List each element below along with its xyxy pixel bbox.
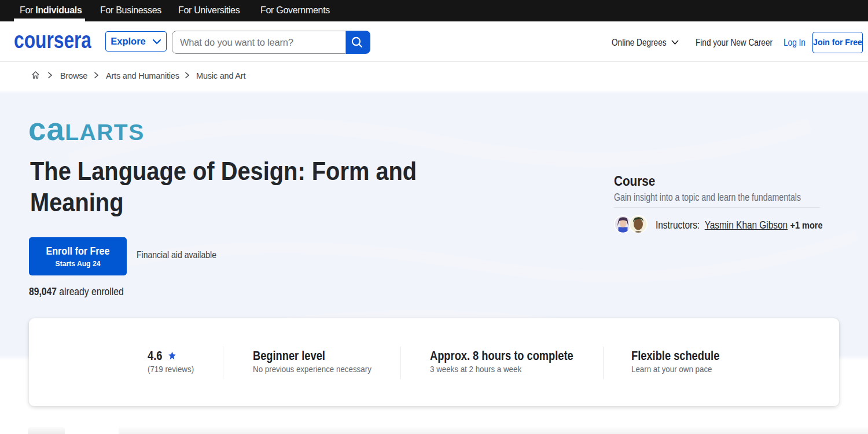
- svg-text:coursera: coursera: [14, 33, 91, 50]
